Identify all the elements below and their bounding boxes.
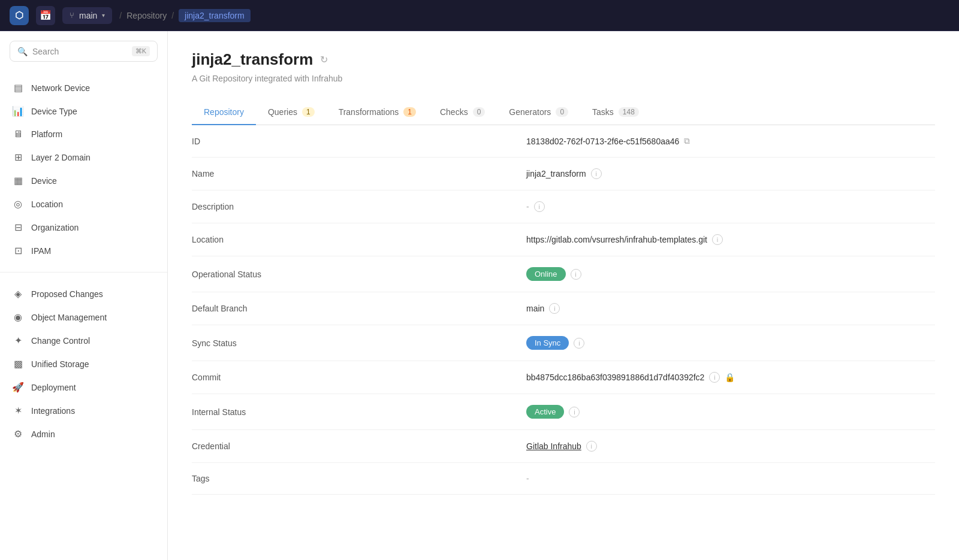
breadcrumb-sep-1: / xyxy=(119,11,122,20)
info-icon[interactable]: i xyxy=(709,372,720,383)
location-value: https://gitlab.com/vsurresh/infrahub-tem… xyxy=(526,235,707,244)
branch-icon: ⑂ xyxy=(70,11,74,20)
info-icon[interactable]: i xyxy=(549,303,560,314)
field-label-commit: Commit xyxy=(192,361,526,394)
sidebar-item-label: Proposed Changes xyxy=(31,289,103,299)
tab-queries-badge: 1 xyxy=(302,107,315,117)
field-label-location: Location xyxy=(192,223,526,256)
tab-transformations[interactable]: Transformations 1 xyxy=(327,100,428,125)
info-icon[interactable]: i xyxy=(534,201,545,212)
sidebar-item-admin[interactable]: ⚙ Admin xyxy=(0,422,167,446)
tab-queries[interactable]: Queries 1 xyxy=(256,100,327,125)
table-row: Name jinja2_transform i xyxy=(192,158,935,190)
tab-repository-label: Repository xyxy=(204,107,244,117)
field-label-operational-status: Operational Status xyxy=(192,256,526,292)
field-value-tags: - xyxy=(526,474,935,483)
organization-icon: ⊟ xyxy=(12,222,24,233)
sidebar-item-label: Change Control xyxy=(31,336,90,346)
search-placeholder: Search xyxy=(32,47,59,56)
breadcrumb-repository[interactable]: Repository xyxy=(126,11,167,20)
nav-section-bottom: ◈ Proposed Changes ◉ Object Management ✦… xyxy=(0,277,167,450)
tab-generators[interactable]: Generators 0 xyxy=(497,100,580,125)
sidebar-item-label: Admin xyxy=(31,429,55,439)
breadcrumb-current[interactable]: jinja2_transform xyxy=(179,9,251,22)
info-icon[interactable]: i xyxy=(571,269,581,280)
page-title: jinja2_transform xyxy=(192,50,313,69)
ipam-icon: ⊡ xyxy=(12,245,24,256)
field-value-location: https://gitlab.com/vsurresh/infrahub-tem… xyxy=(526,234,935,245)
sync-status-badge: In Sync xyxy=(526,336,569,350)
lock-icon[interactable]: 🔒 xyxy=(725,373,735,382)
sidebar-item-device[interactable]: ▦ Device xyxy=(0,169,167,192)
branch-name: main xyxy=(79,11,97,20)
id-value: 18138d02-762f-0713-2f6e-c51f5680aa46 xyxy=(526,137,679,146)
sidebar-item-network-device[interactable]: ▤ Network Device xyxy=(0,76,167,99)
page-subtitle: A Git Repository integrated with Infrahu… xyxy=(192,74,935,83)
field-label-default-branch: Default Branch xyxy=(192,292,526,325)
sidebar-item-device-type[interactable]: 📊 Device Type xyxy=(0,99,167,123)
layer2-domain-icon: ⊞ xyxy=(12,152,24,163)
sidebar-item-deployment[interactable]: 🚀 Deployment xyxy=(0,376,167,399)
tabs: Repository Queries 1 Transformations 1 C… xyxy=(192,100,935,125)
tab-transformations-badge: 1 xyxy=(403,107,416,117)
default-branch-value: main xyxy=(526,304,544,313)
sidebar-item-proposed-changes[interactable]: ◈ Proposed Changes xyxy=(0,282,167,305)
info-icon[interactable]: i xyxy=(574,338,584,349)
credential-link[interactable]: Gitlab Infrahub xyxy=(526,441,581,451)
breadcrumb: / Repository / jinja2_transform xyxy=(119,9,250,22)
info-icon[interactable]: i xyxy=(591,168,602,179)
field-label-name: Name xyxy=(192,158,526,190)
device-icon: ▦ xyxy=(12,175,24,186)
sidebar-item-label: Integrations xyxy=(31,406,75,416)
info-icon[interactable]: i xyxy=(712,234,723,245)
tab-queries-label: Queries xyxy=(268,107,297,117)
search-box[interactable]: 🔍 Search ⌘K xyxy=(10,41,158,62)
deployment-icon: 🚀 xyxy=(12,382,24,393)
table-row: Sync Status In Sync i xyxy=(192,325,935,361)
copy-icon[interactable]: ⧉ xyxy=(684,136,690,146)
sidebar-item-integrations[interactable]: ✶ Integrations xyxy=(0,399,167,422)
integrations-icon: ✶ xyxy=(12,405,24,416)
info-icon[interactable]: i xyxy=(569,407,580,417)
sidebar-item-change-control[interactable]: ✦ Change Control xyxy=(0,329,167,352)
sidebar-item-organization[interactable]: ⊟ Organization xyxy=(0,216,167,239)
sidebar-item-unified-storage[interactable]: ▩ Unified Storage xyxy=(0,352,167,376)
sidebar-item-label: Deployment xyxy=(31,383,76,392)
sidebar-item-label: IPAM xyxy=(31,246,51,256)
tab-repository[interactable]: Repository xyxy=(192,100,256,125)
sidebar-item-object-management[interactable]: ◉ Object Management xyxy=(0,305,167,329)
field-value-default-branch: main i xyxy=(526,303,935,314)
proposed-changes-icon: ◈ xyxy=(12,288,24,299)
tab-checks[interactable]: Checks 0 xyxy=(428,100,497,125)
sidebar-item-label: Device Type xyxy=(31,107,77,116)
table-row: Location https://gitlab.com/vsurresh/inf… xyxy=(192,223,935,256)
sidebar-item-layer2-domain[interactable]: ⊞ Layer 2 Domain xyxy=(0,146,167,169)
field-value-description: - i xyxy=(526,201,935,212)
field-label-id: ID xyxy=(192,125,526,158)
branch-selector[interactable]: ⑂ main ▾ xyxy=(62,7,112,24)
refresh-icon[interactable]: ↻ xyxy=(320,54,328,65)
sidebar-item-label: Organization xyxy=(31,223,79,232)
field-value-internal-status: Active i xyxy=(526,405,935,419)
field-value-id: 18138d02-762f-0713-2f6e-c51f5680aa46 ⧉ xyxy=(526,136,935,146)
data-table: ID 18138d02-762f-0713-2f6e-c51f5680aa46 … xyxy=(192,125,935,495)
tab-tasks[interactable]: Tasks 148 xyxy=(580,100,651,125)
commit-value: bb4875dcc186ba63f039891886d1d7df40392fc2 xyxy=(526,373,704,382)
page-header: jinja2_transform ↻ xyxy=(192,50,935,69)
search-icon: 🔍 xyxy=(17,47,28,56)
sidebar-item-platform[interactable]: 🖥 Platform xyxy=(0,123,167,146)
info-icon[interactable]: i xyxy=(586,441,597,452)
platform-icon: 🖥 xyxy=(12,129,24,140)
nav-divider xyxy=(0,272,167,273)
tab-tasks-badge: 148 xyxy=(619,107,639,117)
main-content: jinja2_transform ↻ A Git Repository inte… xyxy=(168,31,959,560)
sidebar-item-location[interactable]: ◎ Location xyxy=(0,192,167,216)
field-label-credential: Credential xyxy=(192,430,526,463)
calendar-icon[interactable]: 📅 xyxy=(36,6,55,25)
table-row: ID 18138d02-762f-0713-2f6e-c51f5680aa46 … xyxy=(192,125,935,158)
sidebar-item-label: Object Management xyxy=(31,313,107,322)
sidebar-item-ipam[interactable]: ⊡ IPAM xyxy=(0,239,167,262)
table-row: Internal Status Active i xyxy=(192,394,935,430)
tags-value: - xyxy=(526,474,529,483)
field-value-operational-status: Online i xyxy=(526,267,935,281)
